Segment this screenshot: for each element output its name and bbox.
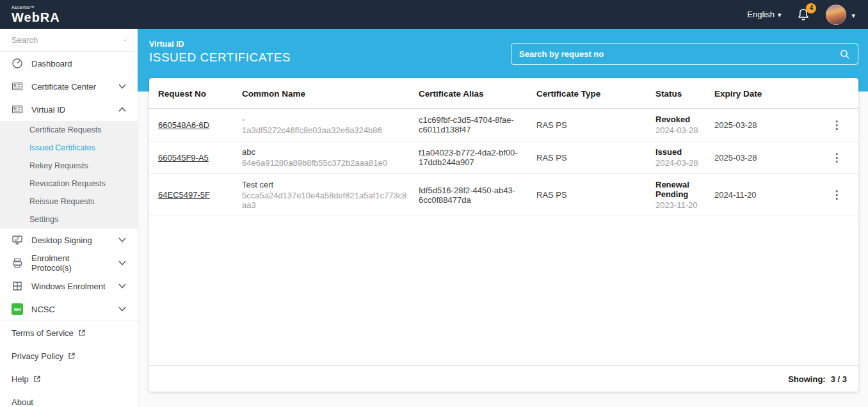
column-header-certificate-type: Certificate Type	[531, 78, 650, 109]
sidebar-item-issued-certificates[interactable]: Issued Certificates	[0, 139, 138, 157]
showing-label: Showing:	[788, 374, 826, 384]
sidebar-item-label: Desktop Signing	[31, 235, 110, 245]
virtual-id-submenu: Certificate Requests Issued Certificates…	[0, 121, 138, 228]
table-footer: Showing: 3 / 3	[149, 365, 858, 392]
privacy-policy-link[interactable]: Privacy Policy	[0, 344, 138, 367]
common-name-id: 64e6a91280a89b8fb55c372b2aaa81e0	[242, 158, 408, 168]
help-link[interactable]: Help	[0, 367, 138, 390]
sidebar-item-rekey-requests[interactable]: Rekey Requests	[0, 157, 138, 175]
chevron-down-icon	[118, 283, 126, 289]
certificate-card-icon	[12, 81, 23, 92]
sidebar-item-reissue-requests[interactable]: Reissue Requests	[0, 193, 138, 211]
dashboard-icon	[12, 58, 23, 69]
link-label: Terms of Service	[12, 328, 74, 338]
certificate-type: RAS PS	[531, 174, 650, 216]
sidebar-item-windows-enrolment[interactable]: Windows Enrolment	[0, 275, 138, 298]
row-actions-menu-icon[interactable]	[820, 188, 853, 202]
issued-certificates-card: Request No Common Name Certificate Alias…	[149, 78, 858, 392]
column-header-common-name: Common Name	[237, 78, 414, 109]
certificate-type: RAS PS	[531, 109, 650, 141]
certificate-type: RAS PS	[531, 141, 650, 174]
desktop-signing-icon	[12, 234, 23, 246]
common-name: -	[242, 115, 408, 124]
sidebar-item-virtual-id[interactable]: Virtual ID	[0, 98, 138, 121]
brand-ascertia: Ascertia™	[12, 5, 60, 10]
showing-value: 3 / 3	[831, 374, 847, 384]
ncsc-icon: SH	[12, 303, 23, 315]
request-no-link[interactable]: 660548A6-6D	[158, 120, 209, 130]
common-name-id: 1a3df5272c46ffc8e03aa32e6a324b86	[242, 125, 408, 135]
main-content: Virtual ID ISSUED CERTIFICATES Request N…	[138, 29, 868, 407]
column-header-actions	[815, 78, 858, 109]
sidebar-item-label: Certificate Center	[31, 82, 110, 92]
app-logo[interactable]: Ascertia™ WebRA	[12, 5, 60, 24]
sidebar-item-certificate-center[interactable]: Certificate Center	[0, 75, 138, 98]
sidebar-item-label: Enrolment Protocol(s)	[31, 253, 110, 273]
status-label: Issued	[655, 147, 704, 157]
sidebar-item-label: Windows Enrolment	[31, 282, 110, 291]
external-link-icon	[78, 329, 86, 337]
request-no-link[interactable]: 64EC5497-5F	[158, 190, 210, 200]
topbar: Ascertia™ WebRA English 4	[0, 0, 868, 29]
sidebar: Dashboard Certificate Center Virtual ID	[0, 29, 138, 407]
chevron-down-icon	[118, 307, 126, 312]
sidebar-item-revocation-requests[interactable]: Revocation Requests	[0, 175, 138, 193]
sidebar-item-label: NCSC	[31, 305, 110, 314]
column-header-expiry-date: Expiry Date	[709, 78, 815, 109]
language-selector[interactable]: English	[747, 10, 781, 19]
brand-name: WebRA	[12, 11, 60, 24]
column-header-request-no: Request No	[149, 78, 237, 109]
search-icon[interactable]	[124, 35, 126, 45]
enrolment-protocols-icon	[12, 257, 23, 269]
notification-count-badge: 4	[806, 3, 816, 13]
column-header-certificate-alias: Certificate Alias	[414, 78, 531, 109]
sidebar-item-dashboard[interactable]: Dashboard	[0, 52, 138, 75]
row-actions-menu-icon[interactable]	[820, 151, 853, 164]
chevron-down-icon	[118, 237, 126, 243]
notifications-button[interactable]: 4	[796, 8, 810, 22]
table-row: 64EC5497-5F Test cert 5cca5a24d137e10e4a…	[149, 174, 858, 216]
link-label: Help	[12, 374, 29, 384]
request-search	[511, 44, 858, 65]
chevron-down-icon	[851, 9, 855, 20]
about-link[interactable]: About	[0, 390, 138, 407]
sidebar-item-settings[interactable]: Settings	[0, 211, 138, 228]
certificate-alias: fdf5d516-28f2-4450-ab43-6cc0f88477da	[414, 174, 531, 216]
certificate-alias: f1a04023-b772-4da2-bf00-17ddb244a907	[414, 141, 531, 174]
common-name: Test cert	[242, 180, 408, 189]
certificate-alias: c1c69fbf-c3d5-4704-8fae-c6011d138f47	[414, 109, 531, 141]
request-search-input[interactable]	[519, 49, 840, 59]
common-name-id: 5cca5a24d137e10e4a58def821a5af1c773c8aa3	[242, 191, 408, 210]
sidebar-item-desktop-signing[interactable]: Desktop Signing	[0, 228, 138, 251]
common-name: abc	[242, 147, 408, 157]
sidebar-search-input[interactable]	[12, 35, 124, 45]
external-link-icon	[68, 352, 76, 360]
expiry-date: 2025-03-28	[709, 141, 815, 174]
row-actions-menu-icon[interactable]	[820, 118, 853, 132]
request-no-link[interactable]: 660545F9-A5	[158, 153, 209, 163]
chevron-up-icon	[118, 107, 126, 112]
status-label: Revoked	[655, 115, 704, 124]
table-header-row: Request No Common Name Certificate Alias…	[149, 78, 858, 109]
search-icon[interactable]	[840, 49, 850, 60]
link-label: Privacy Policy	[12, 351, 63, 361]
chevron-down-icon	[118, 260, 126, 266]
link-label: About	[12, 397, 33, 407]
sidebar-search	[0, 29, 138, 52]
avatar	[826, 4, 846, 25]
status-date: 2024-03-28	[655, 125, 704, 135]
status-date: 2023-11-20	[655, 200, 704, 210]
sidebar-footer: Terms of Service Privacy Policy Help	[0, 321, 138, 407]
sidebar-item-enrolment-protocols[interactable]: Enrolment Protocol(s)	[0, 251, 138, 275]
user-menu[interactable]	[826, 4, 855, 25]
sidebar-item-certificate-requests[interactable]: Certificate Requests	[0, 121, 138, 139]
expiry-date: 2025-03-28	[709, 109, 815, 141]
sidebar-item-ncsc[interactable]: SH NCSC	[0, 298, 138, 321]
chevron-down-icon	[778, 10, 782, 19]
terms-of-service-link[interactable]: Terms of Service	[0, 321, 138, 344]
expiry-date: 2024-11-20	[709, 174, 815, 216]
language-label: English	[747, 10, 775, 19]
windows-enrolment-icon	[12, 280, 23, 292]
table-row: 660545F9-A5 abc 64e6a91280a89b8fb55c372b…	[149, 141, 858, 174]
column-header-status: Status	[650, 78, 709, 109]
